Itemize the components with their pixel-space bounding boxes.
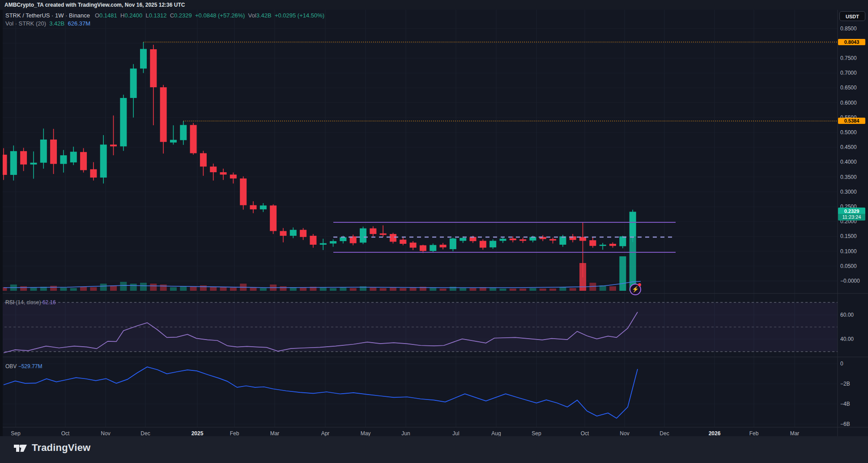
open-value: 0.1481 bbox=[99, 12, 117, 19]
time-axis-label: Dec bbox=[660, 430, 669, 437]
price-alert-tag[interactable]: 0.5384 bbox=[838, 118, 865, 124]
rsi-value: 62.16 bbox=[43, 299, 56, 306]
time-axis-label: Mar bbox=[270, 430, 280, 437]
change-value: +0.0848 (+57.26%) bbox=[195, 12, 245, 19]
obv-value: −529.77M bbox=[18, 363, 43, 370]
tradingview-logo[interactable]: TradingView bbox=[13, 442, 90, 454]
left-edge bbox=[0, 10, 3, 436]
rsi-axis-tick: 60.00 bbox=[840, 312, 866, 318]
obv-axis-tick: −2B bbox=[840, 381, 866, 387]
time-axis-label: Oct bbox=[61, 430, 70, 437]
time-axis-label: 2026 bbox=[709, 430, 721, 437]
time-axis-label: May bbox=[361, 430, 371, 437]
price-axis-tick: 0.7500 bbox=[840, 55, 866, 61]
legend: STRK / TetherUS · 1W · Binance O0.1481 H… bbox=[5, 12, 324, 28]
close-value: 0.2329 bbox=[174, 12, 192, 19]
time-axis-label: Feb bbox=[749, 430, 759, 437]
volume-indicator-value: 3.42B bbox=[49, 20, 64, 27]
attribution-bar: AMBCrypto_TA created with TradingView.co… bbox=[0, 0, 868, 10]
last-price-tag: 0.232911:23:24 bbox=[838, 208, 865, 221]
rsi-band bbox=[0, 302, 838, 352]
last-price-value: 0.2329 bbox=[838, 208, 865, 214]
volume-ma-value: 626.37M bbox=[68, 20, 90, 27]
obv-title[interactable]: OBV bbox=[5, 363, 17, 370]
obv-axis-tick: −6B bbox=[840, 421, 866, 427]
price-axis-tick: 0.7000 bbox=[840, 70, 866, 76]
low-label: L bbox=[145, 12, 149, 19]
price-axis-tick: 0.4500 bbox=[840, 144, 866, 150]
time-axis-label: Sep bbox=[11, 430, 20, 437]
symbol-title[interactable]: STRK / TetherUS · 1W · Binance bbox=[5, 12, 90, 19]
price-axis-tick: 0.3000 bbox=[840, 189, 866, 195]
price-alert-tag[interactable]: 0.8043 bbox=[838, 39, 865, 45]
time-axis-label: Mar bbox=[790, 430, 800, 437]
obv-axis-tick: −4B bbox=[840, 401, 866, 407]
attribution-text: AMBCrypto_TA created with TradingView.co… bbox=[4, 2, 185, 8]
time-axis-label: Jun bbox=[401, 430, 410, 437]
currency-toggle-button[interactable]: USDT bbox=[839, 11, 865, 21]
price-axis-tick: 0.1500 bbox=[840, 233, 866, 239]
lightning-badge-icon[interactable]: ⚡ bbox=[630, 284, 641, 295]
time-axis-label: Dec bbox=[140, 430, 150, 437]
time-axis-label: Feb bbox=[230, 430, 239, 437]
price-axis-tick: −0.0000 bbox=[840, 278, 866, 284]
symbol-row[interactable]: STRK / TetherUS · 1W · Binance O0.1481 H… bbox=[5, 12, 324, 19]
notification-dot bbox=[638, 283, 641, 286]
low-value: 0.1312 bbox=[149, 12, 167, 19]
bar-countdown: 11:23:24 bbox=[838, 214, 865, 221]
vol-value: 3.42B bbox=[256, 12, 272, 19]
time-axis-label: Aug bbox=[491, 430, 501, 437]
time-axis-label: Apr bbox=[321, 430, 330, 437]
price-axis-tick: 0.4000 bbox=[840, 159, 866, 165]
vol-change: +0.0295 (+14.50%) bbox=[275, 12, 324, 19]
price-axis-tick: 0.8500 bbox=[840, 25, 866, 32]
volume-indicator-row[interactable]: Vol · STRK (20) 3.42B 626.37M bbox=[5, 20, 324, 27]
obv-indicator-label[interactable]: OBV −529.77M bbox=[5, 363, 42, 370]
time-axis-label: 2025 bbox=[191, 430, 204, 437]
time-axis-label: Nov bbox=[101, 430, 110, 437]
price-axis-tick: 0.0500 bbox=[840, 263, 866, 269]
chart-window: AMBCrypto_TA created with TradingView.co… bbox=[0, 0, 868, 463]
price-axis-tick: 0.5000 bbox=[840, 129, 866, 136]
price-axis-tick: 0.6000 bbox=[840, 100, 866, 106]
time-axis-label: Nov bbox=[620, 430, 629, 437]
time-axis-label: Oct bbox=[581, 430, 589, 437]
lightning-glyph: ⚡ bbox=[632, 286, 639, 293]
price-axis-tick: 0.3500 bbox=[840, 174, 866, 180]
footer-bar: TradingView bbox=[0, 436, 868, 463]
rsi-title[interactable]: RSI bbox=[5, 299, 14, 306]
close-label: C bbox=[170, 12, 174, 19]
tradingview-brand-text: TradingView bbox=[32, 442, 90, 454]
rsi-axis-tick: 40.00 bbox=[840, 336, 866, 342]
chart-canvas[interactable] bbox=[0, 0, 868, 463]
price-axis-tick: 0.6500 bbox=[840, 85, 866, 91]
volume-indicator-label[interactable]: Vol · STRK (20) bbox=[5, 20, 46, 27]
obv-axis-tick: 0 bbox=[840, 361, 866, 367]
time-axis-label: Sep bbox=[532, 430, 541, 437]
high-label: H bbox=[120, 12, 124, 19]
vol-label: Vol bbox=[248, 12, 256, 19]
tradingview-logo-icon bbox=[13, 442, 28, 454]
rsi-params: (14, close) bbox=[16, 299, 41, 306]
high-value: 0.2400 bbox=[124, 12, 142, 19]
open-label: O bbox=[95, 12, 99, 19]
rsi-indicator-label[interactable]: RSI (14, close) 62.16 bbox=[5, 299, 56, 306]
time-axis-label: Jul bbox=[452, 430, 459, 437]
price-axis-tick: 0.1000 bbox=[840, 248, 866, 255]
